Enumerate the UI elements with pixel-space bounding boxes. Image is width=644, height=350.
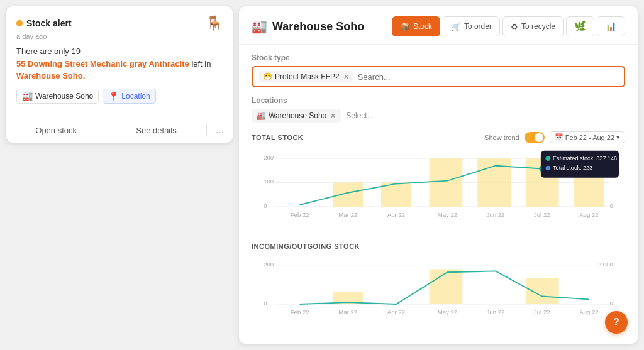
loc-chip-label: Warehouse Soho <box>269 111 326 120</box>
alert-body-mid: left in <box>191 59 211 68</box>
location-tag-label: Location <box>121 92 150 101</box>
total-stock-chart-section: TOTAL STOCK Show trend 📅 Feb 22 - Aug 22… <box>252 131 625 236</box>
incoming-outgoing-chart-section: INCOMING/OUTGOING STOCK 200 0 2,000 0 <box>252 243 625 331</box>
svg-text:0: 0 <box>610 202 613 209</box>
svg-text:0: 0 <box>610 300 613 307</box>
tab-chart-icon: 📊 <box>605 21 617 32</box>
tab-stock-icon: 📦 <box>400 22 410 31</box>
svg-text:100: 100 <box>264 178 274 185</box>
main-panel-wrapper: 🏭 Warehouse Soho 📦 Stock 🛒 To order ♻ To… <box>239 6 638 344</box>
total-stock-svg: 200 100 0 0 <box>252 146 625 234</box>
panel-title-text: Warehouse Soho <box>272 20 364 33</box>
alert-title: Stock alert <box>26 18 72 28</box>
svg-text:Total stock: 223: Total stock: 223 <box>553 165 592 171</box>
alert-time: a day ago <box>16 33 223 40</box>
chart1-header: TOTAL STOCK Show trend 📅 Feb 22 - Aug 22… <box>252 131 625 143</box>
panel-body: Stock type 😷 Protect Mask FFP2 ✕ Locatio… <box>239 45 638 344</box>
svg-text:0: 0 <box>264 300 267 307</box>
tab-tree[interactable]: 🌿 <box>566 16 594 36</box>
panel-header: 🏭 Warehouse Soho 📦 Stock 🛒 To order ♻ To… <box>239 6 638 45</box>
panel-warehouse-icon: 🏭 <box>252 19 267 34</box>
tab-to-order[interactable]: 🛒 To order <box>443 16 500 36</box>
chart1-controls: Show trend 📅 Feb 22 - Aug 22 ▾ <box>484 131 625 143</box>
svg-text:Mar 22: Mar 22 <box>338 211 357 218</box>
location-select[interactable]: Select... <box>346 111 373 120</box>
svg-text:Feb 22: Feb 22 <box>291 309 309 315</box>
header-tabs: 📦 Stock 🛒 To order ♻ To recycle 🌿 📊 <box>392 16 625 36</box>
locations-label: Locations <box>252 96 625 105</box>
stock-type-input[interactable]: 😷 Protect Mask FFP2 ✕ <box>252 66 625 87</box>
svg-text:200: 200 <box>264 261 274 268</box>
svg-rect-34 <box>430 269 463 304</box>
chart2-header: INCOMING/OUTGOING STOCK <box>252 243 625 250</box>
date-range-picker[interactable]: 📅 Feb 22 - Aug 22 ▾ <box>550 131 625 143</box>
chip-label: Protect Mask FFP2 <box>275 72 340 81</box>
svg-text:Apr 22: Apr 22 <box>387 211 405 218</box>
location-chip: 🏭 Warehouse Soho ✕ <box>252 109 341 123</box>
location-tag-icon: 📍 <box>108 91 119 101</box>
chair-icon: 🪑 <box>206 15 223 31</box>
open-stock-button[interactable]: Open stock <box>6 118 106 143</box>
svg-text:Jul 22: Jul 22 <box>534 211 550 218</box>
alert-dot <box>16 20 23 26</box>
location-link[interactable]: Warehouse Soho. <box>16 71 85 80</box>
svg-text:Apr 22: Apr 22 <box>387 309 405 315</box>
tab-stock-label: Stock <box>413 22 432 31</box>
stock-type-label: Stock type <box>252 53 625 62</box>
more-options-button[interactable]: ... <box>207 124 233 136</box>
svg-text:200: 200 <box>264 154 274 161</box>
svg-text:Aug 22: Aug 22 <box>579 309 598 315</box>
product-link[interactable]: 55 Downing Street Mechanic gray Anthraci… <box>16 59 189 68</box>
svg-rect-35 <box>526 278 559 304</box>
tab-to-recycle[interactable]: ♻ To recycle <box>502 16 564 36</box>
loc-chip-icon: 🏭 <box>257 111 266 120</box>
tab-recycle-icon: ♻ <box>511 22 518 31</box>
tab-tree-icon: 🌿 <box>574 21 586 32</box>
help-button[interactable]: ? <box>605 311 628 334</box>
chart1-title: TOTAL STOCK <box>252 134 303 141</box>
svg-text:May 22: May 22 <box>438 309 457 315</box>
calendar-icon: 📅 <box>555 133 564 141</box>
tab-stock[interactable]: 📦 Stock <box>392 16 440 36</box>
warehouse-tag-icon: 🏭 <box>22 91 33 101</box>
locations-row: 🏭 Warehouse Soho ✕ Select... <box>252 109 625 123</box>
alert-tags: 🏭 Warehouse Soho 📍 Location <box>16 89 223 104</box>
show-trend-label: Show trend <box>484 134 519 141</box>
svg-text:Mar 22: Mar 22 <box>338 309 357 315</box>
trend-toggle[interactable] <box>525 132 545 143</box>
stock-search-input[interactable] <box>358 72 618 82</box>
incoming-outgoing-svg: 200 0 2,000 0 <box>252 253 625 328</box>
alert-card: Stock alert 🪑 a day ago There are only 1… <box>6 6 233 143</box>
alert-footer: Open stock See details ... <box>6 118 233 143</box>
tab-chart[interactable]: 📊 <box>597 16 625 36</box>
main-panel: 🏭 Warehouse Soho 📦 Stock 🛒 To order ♻ To… <box>239 6 638 344</box>
location-tag[interactable]: 📍 Location <box>103 89 155 104</box>
chip-icon: 😷 <box>263 72 272 81</box>
svg-text:Jun 22: Jun 22 <box>487 309 505 315</box>
svg-text:Jun 22: Jun 22 <box>487 211 505 218</box>
tab-order-icon: 🛒 <box>451 22 461 31</box>
date-range-text: Feb 22 - Aug 22 <box>565 134 614 141</box>
tab-order-label: To order <box>464 22 492 31</box>
panel-title: 🏭 Warehouse Soho <box>252 19 364 34</box>
alert-body: There are only 19 55 Downing Street Mech… <box>16 45 223 82</box>
warehouse-tag[interactable]: 🏭 Warehouse Soho <box>16 89 99 104</box>
chevron-down-icon: ▾ <box>616 133 620 141</box>
svg-text:0: 0 <box>264 202 267 209</box>
svg-rect-10 <box>430 158 463 207</box>
chip-remove[interactable]: ✕ <box>343 73 349 81</box>
svg-point-18 <box>546 166 551 171</box>
warehouse-tag-label: Warehouse Soho <box>35 92 93 101</box>
svg-text:May 22: May 22 <box>438 211 457 218</box>
see-details-button[interactable]: See details <box>106 118 206 143</box>
tab-recycle-label: To recycle <box>521 22 555 31</box>
toggle-knob <box>535 133 543 142</box>
svg-text:Jul 22: Jul 22 <box>534 309 550 315</box>
alert-body-pre: There are only 19 <box>16 46 80 56</box>
svg-text:Feb 22: Feb 22 <box>291 211 309 218</box>
svg-text:Estimated stock: 337.146: Estimated stock: 337.146 <box>553 155 617 161</box>
chart2-title: INCOMING/OUTGOING STOCK <box>252 243 360 250</box>
svg-text:Aug 22: Aug 22 <box>579 211 598 218</box>
svg-text:2,000: 2,000 <box>598 261 613 268</box>
loc-chip-remove[interactable]: ✕ <box>330 112 336 120</box>
